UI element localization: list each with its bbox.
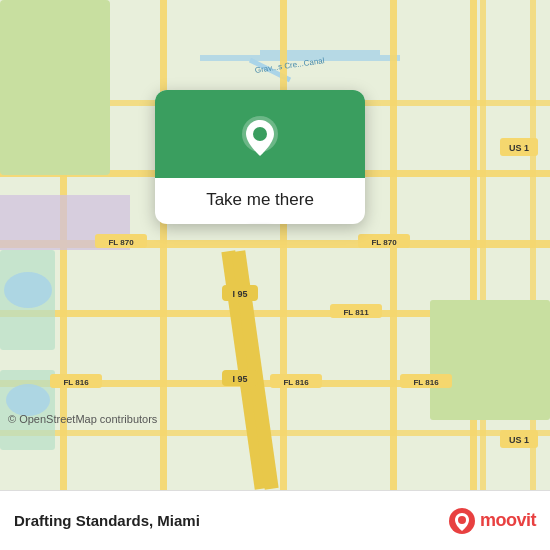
svg-point-48 <box>253 127 267 141</box>
location-name: Drafting Standards, Miami <box>14 512 200 529</box>
bottom-left: Drafting Standards, Miami <box>14 512 200 529</box>
svg-rect-11 <box>160 0 167 490</box>
svg-point-50 <box>458 516 466 524</box>
svg-text:US 1: US 1 <box>509 435 529 445</box>
svg-text:I 95: I 95 <box>232 289 247 299</box>
svg-rect-26 <box>430 300 550 420</box>
svg-text:FL 870: FL 870 <box>371 238 397 247</box>
svg-text:FL 816: FL 816 <box>413 378 439 387</box>
svg-point-29 <box>6 384 50 416</box>
svg-text:FL 816: FL 816 <box>63 378 89 387</box>
svg-rect-23 <box>0 0 110 175</box>
popup-icon-area <box>155 90 365 178</box>
map-container: I 95 I 95 FL 870 FL 870 FL 811 FL 816 FL… <box>0 0 550 490</box>
location-pin-icon <box>236 112 284 160</box>
svg-text:FL 811: FL 811 <box>343 308 369 317</box>
svg-text:US 1: US 1 <box>509 143 529 153</box>
copyright-text: © OpenStreetMap contributors <box>8 413 157 425</box>
popup-card: Take me there <box>155 90 365 224</box>
moovit-icon <box>448 507 476 535</box>
svg-text:FL 870: FL 870 <box>108 238 134 247</box>
take-me-there-button[interactable]: Take me there <box>196 178 324 224</box>
moovit-text: moovit <box>480 510 536 531</box>
svg-rect-9 <box>0 430 550 436</box>
svg-rect-12 <box>280 0 287 490</box>
svg-text:I 95: I 95 <box>232 374 247 384</box>
svg-text:FL 816: FL 816 <box>283 378 309 387</box>
svg-rect-2 <box>260 50 380 55</box>
bottom-bar: Drafting Standards, Miami moovit <box>0 490 550 550</box>
moovit-logo[interactable]: moovit <box>448 507 536 535</box>
svg-point-28 <box>4 272 52 308</box>
